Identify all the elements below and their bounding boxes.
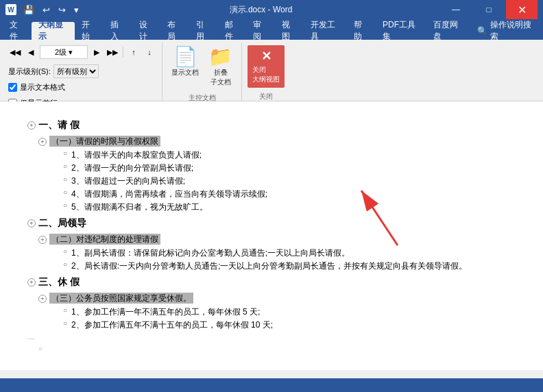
app-window: W 💾 ↩ ↪ ▾ 演示.docx - Word — □ ✕ 文件 大纲显示 开… bbox=[0, 0, 543, 392]
tab-review[interactable]: 审阅 bbox=[246, 22, 275, 40]
tab-mailings[interactable]: 邮件 bbox=[218, 22, 247, 40]
promote-to-heading1-btn[interactable]: ◀◀ bbox=[8, 45, 22, 59]
outline-level3-item-8: ○ 1、参加工作满一年不满五年的员工，每年休假 5 天; bbox=[63, 306, 516, 318]
show-document-icon: 📄 bbox=[173, 47, 197, 66]
tab-pdf[interactable]: PDF工具集 bbox=[376, 22, 426, 40]
redo-quick-btn[interactable]: ↪ bbox=[56, 3, 69, 16]
tab-references[interactable]: 引用 bbox=[189, 22, 218, 40]
close-content: ✕ 关闭 大纲视图 bbox=[248, 42, 285, 90]
outline-text-1: 一、请 假 bbox=[38, 119, 80, 132]
outline-empty-bullet: ○ bbox=[38, 345, 516, 352]
show-text-format-row: 显示文本格式 bbox=[8, 82, 65, 93]
bullet-3: ○ bbox=[63, 175, 67, 183]
title-bar-left: W 💾 ↩ ↪ ▾ bbox=[5, 3, 82, 16]
customize-quick-btn[interactable]: ▾ bbox=[71, 3, 82, 16]
bullet-2: ○ bbox=[63, 162, 67, 170]
expand-btn-1[interactable]: + bbox=[27, 121, 36, 130]
outline-text-12: 三、休 假 bbox=[38, 276, 80, 289]
close-button[interactable]: ✕ bbox=[506, 0, 538, 19]
bullet-8: ○ bbox=[63, 306, 67, 314]
minimize-button[interactable]: — bbox=[440, 0, 472, 19]
tab-home[interactable]: 开始 bbox=[75, 22, 104, 40]
tab-help[interactable]: 帮助 bbox=[347, 22, 376, 40]
expand-btn-3[interactable]: + bbox=[27, 219, 36, 228]
outline-level2-item-3: + （三）公务员按照国家规定享受休假。 bbox=[27, 293, 516, 304]
promote-btn[interactable]: ◀ bbox=[24, 45, 38, 59]
outline-level1-item-2: + 二、局领导 bbox=[27, 217, 516, 230]
outline-level3-item-7: ○ 2、局长请假:一天内向分管考勤人员通告;一天以上向分管考勤副局长通告，并按有… bbox=[63, 260, 516, 272]
status-bar bbox=[0, 378, 543, 392]
outline-level2-item-1: + （一）请假的时限与准假权限 bbox=[27, 136, 516, 147]
expand-btn-4[interactable]: + bbox=[38, 236, 47, 244]
outline-text-10: 1、副局长请假：请保留此标记向办公室考勤人员通告;一天以上向局长请假。 bbox=[71, 247, 350, 259]
outline-level3-item-1: ○ 1、请假半天的向本股室负责人请假; bbox=[63, 149, 516, 161]
outline-text-8: 二、局领导 bbox=[38, 217, 86, 230]
outline-level1-item-3: + 三、休 假 bbox=[27, 276, 516, 289]
show-text-format-checkbox[interactable] bbox=[8, 83, 17, 92]
outline-level3-item-3: ○ 3、请假超过一天的向局长请假; bbox=[63, 175, 516, 187]
outline-text-14: 1、参加工作满一年不满五年的员工，每年休假 5 天; bbox=[71, 306, 260, 318]
master-doc-content: 📄 显示文档 📁 折叠 子文档 bbox=[168, 42, 236, 92]
outline-text-9: （二）对违纪制度的处理请假 bbox=[49, 234, 160, 245]
empty-dash: — bbox=[27, 334, 35, 342]
save-quick-btn[interactable]: 💾 bbox=[21, 3, 37, 16]
ribbon-group-master-doc: 📄 显示文档 📁 折叠 子文档 主控文档 bbox=[162, 42, 242, 101]
expand-btn-5[interactable]: + bbox=[27, 278, 36, 286]
show-text-format-label: 显示文本格式 bbox=[20, 82, 65, 93]
ribbon-group-close: ✕ 关闭 大纲视图 关闭 bbox=[242, 42, 290, 101]
move-down-btn[interactable]: ↓ bbox=[143, 45, 156, 59]
tab-file[interactable]: 文件 bbox=[3, 22, 32, 40]
move-up-btn[interactable]: ↑ bbox=[127, 45, 141, 59]
tab-baidu[interactable]: 百度网盘 bbox=[426, 22, 470, 40]
search-icon: 🔍 bbox=[477, 26, 487, 36]
tab-search[interactable]: 🔍操作说明搜索 bbox=[470, 22, 540, 40]
show-document-btn[interactable]: 📄 显示文档 bbox=[168, 45, 202, 79]
bullet-5: ○ bbox=[63, 201, 67, 209]
demote-to-body-btn[interactable]: ▶▶ bbox=[106, 45, 119, 59]
outline-sub-items-1: ○ 1、请假半天的向本股室负责人请假; ○ 2、请假一天的向分管副局长请假; ○… bbox=[27, 149, 516, 213]
outline-text-6: 4、请假期满，尚需再续者，应当向有关领导请示续假; bbox=[71, 188, 267, 200]
outline-sub-items-3: ○ 1、参加工作满一年不满五年的员工，每年休假 5 天; ○ 2、参加工作满五年… bbox=[27, 306, 516, 331]
show-document-label: 显示文档 bbox=[171, 68, 199, 77]
window-controls: — □ ✕ bbox=[440, 0, 538, 19]
bullet-6: ○ bbox=[63, 247, 67, 255]
tab-layout[interactable]: 布局 bbox=[160, 22, 189, 40]
show-level-select[interactable]: 所有级别 1级 2级 3级 bbox=[53, 64, 99, 78]
outline-level3-item-5: ○ 5、请假期满不归者，视为无故旷工。 bbox=[63, 201, 516, 213]
ribbon-content: ◀◀ ◀ 2级 ▾ ▶ ▶▶ ↑ ↓ 显示级别(S): 所有级别 1级 2级 bbox=[0, 40, 543, 101]
close-outline-label: 关闭 大纲视图 bbox=[252, 65, 280, 84]
outline-text-15: 2、参加工作满五年不满十五年的员工，每年休假 10 天; bbox=[71, 319, 273, 331]
outline-level-btn[interactable]: 2级 ▾ bbox=[40, 45, 88, 59]
demote-btn[interactable]: ▶ bbox=[90, 45, 104, 59]
outline-text-3: 1、请假半天的向本股室负责人请假; bbox=[71, 149, 202, 161]
undo-quick-btn[interactable]: ↩ bbox=[40, 3, 53, 16]
collapse-subdoc-btn[interactable]: 📁 折叠 子文档 bbox=[205, 45, 236, 89]
outline-empty-item: — bbox=[27, 334, 516, 342]
tab-developer[interactable]: 开发工具 bbox=[304, 22, 347, 40]
document-area[interactable]: + 一、请 假 + （一）请假的时限与准假权限 ○ 1、请假半天的向本股室负责人… bbox=[0, 101, 543, 370]
ribbon-group-outline-tools: ◀◀ ◀ 2级 ▾ ▶ ▶▶ ↑ ↓ 显示级别(S): 所有级别 1级 2级 bbox=[3, 42, 162, 101]
expand-btn-2[interactable]: + bbox=[38, 138, 47, 146]
tab-design[interactable]: 设计 bbox=[132, 22, 161, 40]
show-level-label: 显示级别(S): bbox=[8, 66, 51, 77]
collapse-subdoc-label: 折叠 子文档 bbox=[210, 68, 231, 87]
outline-level3-item-4: ○ 4、请假期满，尚需再续者，应当向有关领导请示续假; bbox=[63, 188, 516, 200]
outline-text-5: 3、请假超过一天的向局长请假; bbox=[71, 175, 185, 187]
expand-btn-6[interactable]: + bbox=[38, 295, 47, 303]
outline-text-2: （一）请假的时限与准假权限 bbox=[49, 136, 160, 147]
quick-access-toolbar: 💾 ↩ ↪ ▾ bbox=[21, 3, 82, 16]
highlight-text-2: （二）对违纪制度的处理请假 bbox=[49, 234, 160, 245]
highlight-text-1: （一）请假的时限与准假权限 bbox=[49, 136, 160, 147]
word-icon: W bbox=[5, 4, 16, 15]
close-outline-btn[interactable]: ✕ 关闭 大纲视图 bbox=[248, 45, 285, 88]
tab-view[interactable]: 视图 bbox=[275, 22, 304, 40]
close-outline-icon: ✕ bbox=[261, 49, 272, 64]
outline-text-4: 2、请假一天的向分管副局长请假; bbox=[71, 162, 193, 174]
empty-bullet: ○ bbox=[38, 345, 43, 352]
maximize-button[interactable]: □ bbox=[473, 0, 505, 19]
bullet-4: ○ bbox=[63, 188, 67, 196]
outline-level2-item-2: + （二）对违纪制度的处理请假 bbox=[27, 234, 516, 245]
tab-insert[interactable]: 插入 bbox=[104, 22, 132, 40]
tab-outline[interactable]: 大纲显示 bbox=[32, 22, 75, 40]
doc-wrapper: + 一、请 假 + （一）请假的时限与准假权限 ○ 1、请假半天的向本股室负责人… bbox=[0, 101, 543, 392]
